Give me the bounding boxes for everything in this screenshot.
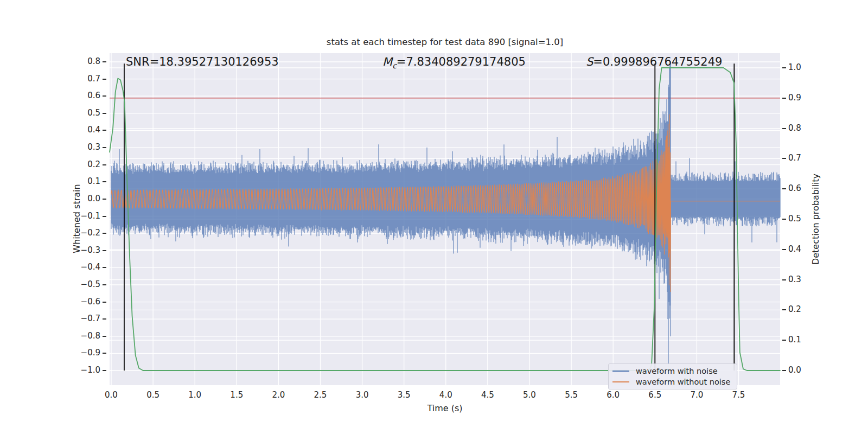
tick-mark xyxy=(103,336,106,337)
tick-mark xyxy=(103,216,106,217)
y-tick-label: 0.7 xyxy=(75,74,100,84)
y-tick-label: 0.2 xyxy=(788,304,801,314)
chart-title: stats at each timestep for test data 890… xyxy=(110,37,780,47)
y-tick-label: 0.0 xyxy=(75,194,100,203)
x-tick-label: 1.0 xyxy=(183,390,207,400)
y-tick-label: 0.5 xyxy=(788,214,801,224)
tick-mark xyxy=(782,279,786,280)
tick-mark xyxy=(103,302,106,303)
tick-mark xyxy=(103,79,106,80)
tick-mark xyxy=(782,67,786,68)
y-tick-label: 0.3 xyxy=(788,275,801,284)
x-tick-label: 5.5 xyxy=(559,390,583,400)
x-tick-label: 0.0 xyxy=(99,390,123,400)
x-tick-label: 3.5 xyxy=(392,390,416,400)
y-tick-label: 0.2 xyxy=(75,159,100,169)
tick-mark xyxy=(782,340,786,341)
tick-mark xyxy=(103,284,106,285)
tick-mark xyxy=(782,128,786,129)
y-tick-label: 0.9 xyxy=(788,93,801,103)
x-tick-label: 1.5 xyxy=(225,390,248,400)
tick-mark xyxy=(103,353,106,354)
x-tick-label: 5.0 xyxy=(518,390,541,400)
y-tick-label: 0.4 xyxy=(788,244,801,254)
tick-mark xyxy=(103,318,106,320)
y-tick-label: 0.1 xyxy=(788,335,801,344)
y-tick-label: 0.4 xyxy=(75,125,100,135)
tick-mark xyxy=(103,233,106,234)
legend-color-line xyxy=(612,381,629,382)
tick-mark xyxy=(103,164,106,165)
tick-mark xyxy=(782,98,786,99)
tick-mark xyxy=(782,309,786,310)
x-tick-label: 0.5 xyxy=(141,390,165,400)
y-tick-label: 0.8 xyxy=(788,123,801,133)
annotation-significance: S=0.999896764755249 xyxy=(586,55,722,68)
annotation-chirp-mass: Mc=7.834089279174805 xyxy=(382,55,526,68)
y-tick-label: −0.5 xyxy=(75,279,100,289)
y-tick-label: −0.6 xyxy=(75,297,100,307)
chirp-mass-subscript: c xyxy=(392,61,397,70)
y-tick-label: 0.1 xyxy=(75,176,100,186)
tick-mark xyxy=(782,188,786,189)
y-tick-label: 0.3 xyxy=(75,142,100,152)
y-tick-label: 0.7 xyxy=(788,153,801,163)
y-tick-label: −1.0 xyxy=(75,365,100,375)
x-tick-label: 7.5 xyxy=(727,390,751,400)
y-tick-label: 0.0 xyxy=(788,365,801,375)
x-tick-label: 2.0 xyxy=(266,390,290,400)
y-tick-label: 0.8 xyxy=(75,56,100,66)
x-tick-label: 3.0 xyxy=(350,390,374,400)
y-tick-label: −0.8 xyxy=(75,331,100,341)
tick-mark xyxy=(103,370,106,371)
tick-mark xyxy=(103,113,106,114)
tick-mark xyxy=(782,219,786,220)
y-tick-label: −0.1 xyxy=(75,211,100,221)
x-tick-label: 6.0 xyxy=(601,390,625,400)
legend-item: waveform without noise xyxy=(612,378,737,386)
legend-color-line xyxy=(612,371,629,372)
tick-mark xyxy=(103,250,106,251)
y-tick-label: −0.3 xyxy=(75,245,100,255)
y-tick-label: 0.6 xyxy=(788,183,801,193)
y-tick-label: −0.4 xyxy=(75,262,100,272)
tick-mark xyxy=(103,181,106,182)
figure: stats at each timestep for test data 890… xyxy=(0,0,868,434)
y-tick-label: −0.9 xyxy=(75,348,100,358)
legend-label: waveform with noise xyxy=(636,367,718,375)
y-tick-label: −0.2 xyxy=(75,228,100,238)
tick-mark xyxy=(103,147,106,148)
legend-label: waveform without noise xyxy=(636,378,730,386)
chirp-mass-value: =7.834089279174805 xyxy=(397,55,526,68)
tick-mark xyxy=(782,370,786,371)
tick-mark xyxy=(782,249,786,250)
legend-item: waveform with noise xyxy=(612,367,737,375)
y-tick-label: 1.0 xyxy=(788,62,801,72)
tick-mark xyxy=(103,95,106,97)
right-y-axis-label: Detection probability xyxy=(810,174,821,265)
tick-mark xyxy=(103,130,106,131)
tick-mark xyxy=(103,199,106,200)
x-tick-label: 4.0 xyxy=(434,390,458,400)
x-tick-label: 4.5 xyxy=(476,390,500,400)
tick-mark xyxy=(782,158,786,159)
significance-value: =0.999896764755249 xyxy=(593,55,722,68)
tick-mark xyxy=(103,61,106,62)
x-tick-label: 6.5 xyxy=(643,390,667,400)
x-tick-label: 7.0 xyxy=(685,390,709,400)
legend: waveform with noisewaveform without nois… xyxy=(608,363,737,390)
annotation-snr: SNR=18.39527130126953 xyxy=(126,55,279,68)
y-tick-label: 0.5 xyxy=(75,108,100,118)
chirp-mass-symbol: M xyxy=(382,55,392,68)
tick-mark xyxy=(103,267,106,268)
x-axis-label: Time (s) xyxy=(418,403,472,413)
significance-symbol: S xyxy=(586,55,593,68)
y-tick-label: 0.6 xyxy=(75,91,100,100)
x-tick-label: 2.5 xyxy=(309,390,333,400)
y-tick-label: −0.7 xyxy=(75,314,100,323)
